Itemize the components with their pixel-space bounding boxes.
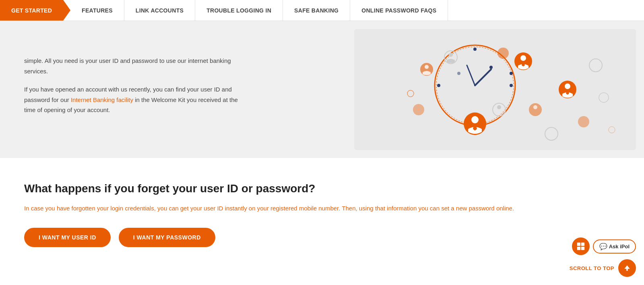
hero-paragraph-2: If you have opened an account with us re… bbox=[24, 84, 250, 115]
svg-point-13 bbox=[520, 55, 526, 61]
main-content-section: What happens if you forget your user ID … bbox=[0, 158, 644, 263]
svg-point-8 bbox=[437, 84, 440, 87]
svg-point-5 bbox=[473, 48, 477, 51]
section-description: In case you have forgotten your login cr… bbox=[24, 203, 588, 214]
want-password-button[interactable]: I WANT MY PASSWORD bbox=[119, 228, 215, 247]
grid-icon-button[interactable] bbox=[572, 237, 590, 255]
svg-point-21 bbox=[533, 105, 537, 109]
svg-point-19 bbox=[425, 65, 429, 69]
ask-ipol-label: Ask iPol bbox=[609, 243, 630, 250]
section-heading: What happens if you forget your user ID … bbox=[24, 182, 620, 195]
svg-point-22 bbox=[413, 104, 424, 115]
nav-item-trouble-logging-in[interactable]: TROUBLE LOGGING IN bbox=[195, 0, 283, 21]
hero-paragraph-1: simple. All you need is your user ID and… bbox=[24, 56, 250, 76]
nav-item-online-password-faqs[interactable]: ONLINE PASSWORD FAQS bbox=[350, 0, 448, 21]
hero-text-area: simple. All you need is your user ID and… bbox=[0, 21, 354, 158]
ask-ipol-widget: 💬 Ask iPol bbox=[572, 237, 636, 255]
scroll-top-label: SCROLL TO TOP bbox=[570, 265, 614, 271]
svg-point-34 bbox=[489, 66, 493, 69]
nav-item-link-accounts[interactable]: LINK ACCOUNTS bbox=[124, 0, 195, 21]
navigation-bar: GET STARTED FEATURES LINK ACCOUNTS TROUB… bbox=[0, 0, 644, 21]
svg-point-23 bbox=[497, 48, 509, 59]
svg-point-20 bbox=[529, 103, 542, 116]
bottom-right-widgets: 💬 Ask iPol SCROLL TO TOP bbox=[570, 237, 636, 277]
svg-point-16 bbox=[565, 83, 570, 89]
svg-point-36 bbox=[457, 72, 460, 75]
nav-item-features[interactable]: FEATURES bbox=[70, 0, 124, 21]
svg-rect-38 bbox=[581, 243, 584, 246]
internet-banking-link[interactable]: Internet Banking facility bbox=[71, 96, 133, 103]
hero-illustration bbox=[354, 29, 636, 150]
svg-point-28 bbox=[497, 105, 501, 109]
svg-point-24 bbox=[578, 116, 589, 127]
svg-rect-40 bbox=[581, 247, 584, 250]
chat-bubble-icon: 💬 bbox=[599, 243, 607, 250]
action-buttons: I WANT MY USER ID I WANT MY PASSWORD bbox=[24, 228, 620, 247]
scroll-to-top-row: SCROLL TO TOP bbox=[570, 259, 636, 277]
nav-item-safe-banking[interactable]: SAFE BANKING bbox=[283, 0, 350, 21]
svg-point-26 bbox=[449, 53, 453, 57]
svg-point-35 bbox=[510, 72, 513, 75]
svg-rect-0 bbox=[354, 29, 636, 150]
hero-section: simple. All you need is your user ID and… bbox=[0, 21, 644, 158]
svg-rect-37 bbox=[577, 243, 580, 246]
ask-ipol-badge[interactable]: 💬 Ask iPol bbox=[593, 239, 636, 254]
want-user-id-button[interactable]: I WANT MY USER ID bbox=[24, 228, 111, 247]
nav-item-get-started[interactable]: GET STARTED bbox=[0, 0, 70, 21]
svg-rect-39 bbox=[577, 247, 580, 250]
svg-point-6 bbox=[510, 84, 513, 87]
svg-point-10 bbox=[471, 116, 479, 123]
scroll-top-button[interactable] bbox=[618, 259, 636, 277]
